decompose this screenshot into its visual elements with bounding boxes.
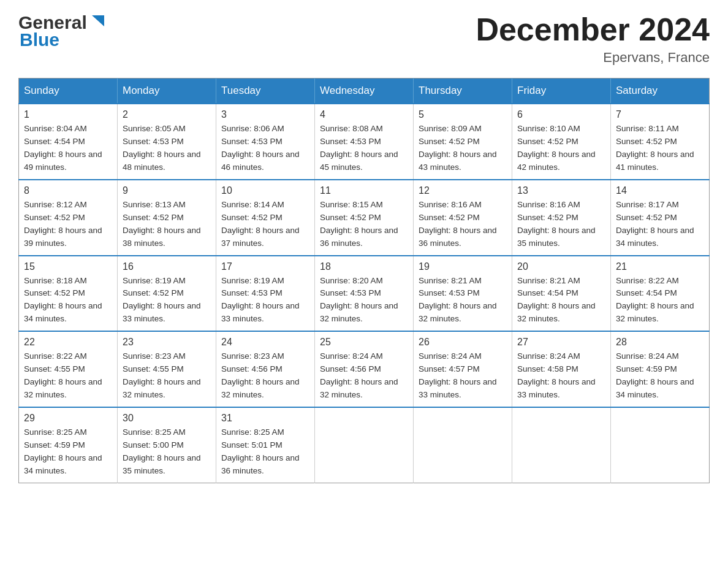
calendar-cell: 19Sunrise: 8:21 AMSunset: 4:53 PMDayligh… bbox=[414, 256, 512, 332]
day-info: Sunrise: 8:24 AMSunset: 4:57 PMDaylight:… bbox=[419, 350, 507, 402]
day-info: Sunrise: 8:10 AMSunset: 4:52 PMDaylight:… bbox=[517, 123, 605, 174]
calendar-cell: 14Sunrise: 8:17 AMSunset: 4:52 PMDayligh… bbox=[611, 180, 710, 256]
day-info: Sunrise: 8:12 AMSunset: 4:52 PMDaylight:… bbox=[24, 199, 112, 250]
title-section: December 2024 Epervans, France bbox=[476, 12, 710, 66]
calendar-cell: 17Sunrise: 8:19 AMSunset: 4:53 PMDayligh… bbox=[216, 256, 315, 332]
header-friday: Friday bbox=[512, 79, 611, 104]
day-number: 7 bbox=[616, 109, 704, 120]
day-number: 11 bbox=[320, 185, 408, 196]
day-info: Sunrise: 8:25 AMSunset: 4:59 PMDaylight:… bbox=[24, 426, 112, 478]
day-info: Sunrise: 8:22 AMSunset: 4:54 PMDaylight:… bbox=[616, 275, 704, 326]
day-info: Sunrise: 8:24 AMSunset: 4:56 PMDaylight:… bbox=[320, 350, 408, 402]
calendar-cell: 8Sunrise: 8:12 AMSunset: 4:52 PMDaylight… bbox=[19, 180, 118, 256]
day-info: Sunrise: 8:15 AMSunset: 4:52 PMDaylight:… bbox=[320, 199, 408, 250]
day-info: Sunrise: 8:18 AMSunset: 4:52 PMDaylight:… bbox=[24, 275, 112, 326]
day-number: 5 bbox=[419, 109, 507, 120]
day-number: 15 bbox=[24, 261, 112, 272]
day-number: 2 bbox=[123, 109, 211, 120]
calendar-cell: 22Sunrise: 8:22 AMSunset: 4:55 PMDayligh… bbox=[19, 331, 118, 407]
day-number: 28 bbox=[616, 337, 704, 348]
week-row-1: 1Sunrise: 8:04 AMSunset: 4:54 PMDaylight… bbox=[19, 104, 710, 180]
day-info: Sunrise: 8:13 AMSunset: 4:52 PMDaylight:… bbox=[123, 199, 211, 250]
calendar-cell bbox=[611, 407, 710, 483]
calendar-cell: 3Sunrise: 8:06 AMSunset: 4:53 PMDaylight… bbox=[216, 104, 315, 180]
day-number: 29 bbox=[24, 413, 112, 424]
calendar-cell: 9Sunrise: 8:13 AMSunset: 4:52 PMDaylight… bbox=[118, 180, 216, 256]
day-number: 3 bbox=[221, 109, 309, 120]
day-number: 26 bbox=[419, 337, 507, 348]
day-number: 27 bbox=[517, 337, 605, 348]
calendar-cell: 28Sunrise: 8:24 AMSunset: 4:59 PMDayligh… bbox=[611, 331, 710, 407]
day-info: Sunrise: 8:11 AMSunset: 4:52 PMDaylight:… bbox=[616, 123, 704, 174]
day-number: 6 bbox=[517, 109, 605, 120]
calendar-cell: 2Sunrise: 8:05 AMSunset: 4:53 PMDaylight… bbox=[118, 104, 216, 180]
page-header: General Blue December 2024 Epervans, Fra… bbox=[18, 12, 710, 66]
calendar-cell: 13Sunrise: 8:16 AMSunset: 4:52 PMDayligh… bbox=[512, 180, 611, 256]
calendar-cell: 7Sunrise: 8:11 AMSunset: 4:52 PMDaylight… bbox=[611, 104, 710, 180]
day-number: 16 bbox=[123, 261, 211, 272]
day-number: 22 bbox=[24, 337, 112, 348]
header-tuesday: Tuesday bbox=[216, 79, 315, 104]
calendar-cell: 12Sunrise: 8:16 AMSunset: 4:52 PMDayligh… bbox=[414, 180, 512, 256]
logo-blue: Blue bbox=[20, 29, 59, 50]
day-info: Sunrise: 8:24 AMSunset: 4:59 PMDaylight:… bbox=[616, 350, 704, 402]
day-info: Sunrise: 8:04 AMSunset: 4:54 PMDaylight:… bbox=[24, 123, 112, 174]
day-number: 20 bbox=[517, 261, 605, 272]
day-info: Sunrise: 8:19 AMSunset: 4:53 PMDaylight:… bbox=[221, 275, 309, 326]
calendar-cell: 25Sunrise: 8:24 AMSunset: 4:56 PMDayligh… bbox=[315, 331, 414, 407]
day-number: 30 bbox=[123, 413, 211, 424]
day-number: 17 bbox=[221, 261, 309, 272]
header-monday: Monday bbox=[118, 79, 216, 104]
header-thursday: Thursday bbox=[414, 79, 512, 104]
day-info: Sunrise: 8:21 AMSunset: 4:53 PMDaylight:… bbox=[419, 275, 507, 326]
day-info: Sunrise: 8:17 AMSunset: 4:52 PMDaylight:… bbox=[616, 199, 704, 250]
day-info: Sunrise: 8:16 AMSunset: 4:52 PMDaylight:… bbox=[419, 199, 507, 250]
calendar-cell bbox=[414, 407, 512, 483]
calendar-cell: 23Sunrise: 8:23 AMSunset: 4:55 PMDayligh… bbox=[118, 331, 216, 407]
day-info: Sunrise: 8:19 AMSunset: 4:52 PMDaylight:… bbox=[123, 275, 211, 326]
day-number: 24 bbox=[221, 337, 309, 348]
day-number: 18 bbox=[320, 261, 408, 272]
day-number: 14 bbox=[616, 185, 704, 196]
week-row-2: 8Sunrise: 8:12 AMSunset: 4:52 PMDaylight… bbox=[19, 180, 710, 256]
calendar-table: SundayMondayTuesdayWednesdayThursdayFrid… bbox=[18, 78, 710, 483]
day-number: 23 bbox=[123, 337, 211, 348]
calendar-cell: 29Sunrise: 8:25 AMSunset: 4:59 PMDayligh… bbox=[19, 407, 118, 483]
day-number: 31 bbox=[221, 413, 309, 424]
calendar-cell: 6Sunrise: 8:10 AMSunset: 4:52 PMDaylight… bbox=[512, 104, 611, 180]
day-number: 9 bbox=[123, 185, 211, 196]
month-title: December 2024 bbox=[476, 12, 710, 47]
calendar-cell: 11Sunrise: 8:15 AMSunset: 4:52 PMDayligh… bbox=[315, 180, 414, 256]
day-info: Sunrise: 8:24 AMSunset: 4:58 PMDaylight:… bbox=[517, 350, 605, 402]
calendar-header-row: SundayMondayTuesdayWednesdayThursdayFrid… bbox=[19, 79, 710, 104]
day-number: 8 bbox=[24, 185, 112, 196]
header-saturday: Saturday bbox=[611, 79, 710, 104]
week-row-4: 22Sunrise: 8:22 AMSunset: 4:55 PMDayligh… bbox=[19, 331, 710, 407]
week-row-3: 15Sunrise: 8:18 AMSunset: 4:52 PMDayligh… bbox=[19, 256, 710, 332]
header-wednesday: Wednesday bbox=[315, 79, 414, 104]
day-number: 1 bbox=[24, 109, 112, 120]
day-info: Sunrise: 8:14 AMSunset: 4:52 PMDaylight:… bbox=[221, 199, 309, 250]
day-info: Sunrise: 8:21 AMSunset: 4:54 PMDaylight:… bbox=[517, 275, 605, 326]
day-info: Sunrise: 8:06 AMSunset: 4:53 PMDaylight:… bbox=[221, 123, 309, 174]
day-number: 21 bbox=[616, 261, 704, 272]
day-info: Sunrise: 8:22 AMSunset: 4:55 PMDaylight:… bbox=[24, 350, 112, 402]
svg-marker-0 bbox=[92, 15, 104, 26]
calendar-cell: 27Sunrise: 8:24 AMSunset: 4:58 PMDayligh… bbox=[512, 331, 611, 407]
day-number: 4 bbox=[320, 109, 408, 120]
calendar-cell: 16Sunrise: 8:19 AMSunset: 4:52 PMDayligh… bbox=[118, 256, 216, 332]
calendar-cell: 10Sunrise: 8:14 AMSunset: 4:52 PMDayligh… bbox=[216, 180, 315, 256]
calendar-cell: 20Sunrise: 8:21 AMSunset: 4:54 PMDayligh… bbox=[512, 256, 611, 332]
day-info: Sunrise: 8:08 AMSunset: 4:53 PMDaylight:… bbox=[320, 123, 408, 174]
week-row-5: 29Sunrise: 8:25 AMSunset: 4:59 PMDayligh… bbox=[19, 407, 710, 483]
day-info: Sunrise: 8:23 AMSunset: 4:56 PMDaylight:… bbox=[221, 350, 309, 402]
calendar-cell: 4Sunrise: 8:08 AMSunset: 4:53 PMDaylight… bbox=[315, 104, 414, 180]
calendar-cell bbox=[512, 407, 611, 483]
day-info: Sunrise: 8:25 AMSunset: 5:01 PMDaylight:… bbox=[221, 426, 309, 478]
day-number: 12 bbox=[419, 185, 507, 196]
calendar-cell: 18Sunrise: 8:20 AMSunset: 4:53 PMDayligh… bbox=[315, 256, 414, 332]
logo-arrow-icon bbox=[88, 13, 108, 33]
calendar-cell bbox=[315, 407, 414, 483]
day-number: 10 bbox=[221, 185, 309, 196]
header-sunday: Sunday bbox=[19, 79, 118, 104]
